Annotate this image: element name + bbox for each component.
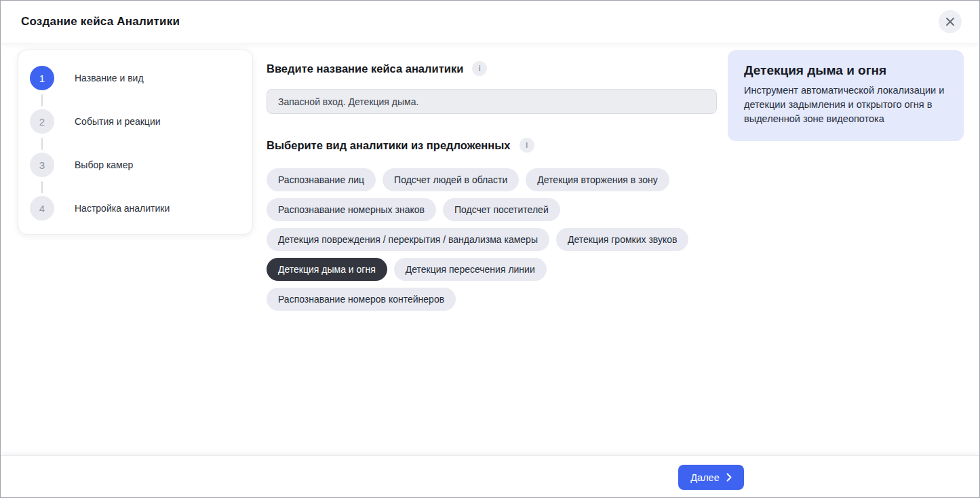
step-label: Название и вид bbox=[75, 73, 144, 83]
analytics-type-chip[interactable]: Подсчет посетителей bbox=[443, 198, 560, 221]
step-number-badge: 4 bbox=[30, 196, 54, 221]
stepper-step-2[interactable]: 2События и реакции bbox=[18, 109, 252, 153]
analytics-type-chip[interactable]: Распознавание номерных знаков bbox=[267, 198, 436, 221]
name-section-label: Введите название кейса аналитики bbox=[267, 62, 463, 75]
step-connector-line bbox=[41, 138, 43, 150]
modal-header: Создание кейса Аналитики bbox=[1, 1, 979, 43]
close-button[interactable] bbox=[939, 10, 962, 33]
step-label: События и реакции bbox=[75, 116, 161, 127]
step-number-badge: 3 bbox=[30, 153, 54, 177]
analytics-type-chip[interactable]: Распознавание номеров контейнеров bbox=[267, 288, 456, 311]
type-section-label: Выберите вид аналитики из предложенных bbox=[267, 139, 511, 152]
analytics-type-chip[interactable]: Распознавание лиц bbox=[267, 168, 376, 191]
analytics-info-panel: Детекция дыма и огня Инструмент автомати… bbox=[728, 50, 964, 141]
stepper-card: 1Название и вид2События и реакции3Выбор … bbox=[18, 50, 253, 235]
modal-footer: Далее bbox=[1, 455, 979, 497]
step-connector-line bbox=[41, 181, 43, 193]
info-icon[interactable]: i bbox=[472, 61, 487, 76]
analytics-type-chip[interactable]: Детекция повреждения / перекрытия / ванд… bbox=[267, 228, 549, 251]
modal-title: Создание кейса Аналитики bbox=[21, 15, 180, 28]
analytics-info-description: Инструмент автоматической локализации и … bbox=[744, 83, 947, 126]
close-icon bbox=[945, 17, 955, 26]
step-number-badge: 2 bbox=[30, 109, 54, 134]
step-connector-line bbox=[41, 94, 43, 107]
analytics-type-chip[interactable]: Детекция пересечения линии bbox=[394, 258, 547, 281]
next-button[interactable]: Далее bbox=[678, 465, 744, 490]
stepper-step-4[interactable]: 4Настройка аналитики bbox=[18, 196, 252, 240]
step-number-badge: 1 bbox=[30, 66, 54, 90]
stepper-step-3[interactable]: 3Выбор камер bbox=[18, 153, 252, 196]
stepper-step-1[interactable]: 1Название и вид bbox=[18, 66, 252, 109]
info-icon[interactable]: i bbox=[520, 138, 534, 153]
type-section-header: Выберите вид аналитики из предложенных i bbox=[267, 138, 534, 153]
stepper-list: 1Название и вид2События и реакции3Выбор … bbox=[18, 66, 252, 240]
analytics-type-chips: Распознавание лицПодсчет людей в области… bbox=[267, 168, 714, 311]
name-section-header: Введите название кейса аналитики i bbox=[267, 61, 487, 76]
step-label: Настройка аналитики bbox=[75, 203, 170, 214]
step-label: Выбор камер bbox=[75, 159, 133, 170]
analytics-type-chip[interactable]: Детекция вторжения в зону bbox=[526, 168, 669, 191]
case-name-input[interactable] bbox=[267, 89, 717, 114]
analytics-type-chip-selected[interactable]: Детекция дыма и огня bbox=[267, 258, 387, 281]
analytics-info-title: Детекция дыма и огня bbox=[744, 63, 947, 78]
next-button-label: Далее bbox=[690, 472, 719, 483]
chevron-right-icon bbox=[726, 473, 732, 482]
analytics-type-chip[interactable]: Подсчет людей в области bbox=[383, 168, 519, 191]
analytics-type-chip[interactable]: Детекция громких звуков bbox=[556, 228, 688, 251]
